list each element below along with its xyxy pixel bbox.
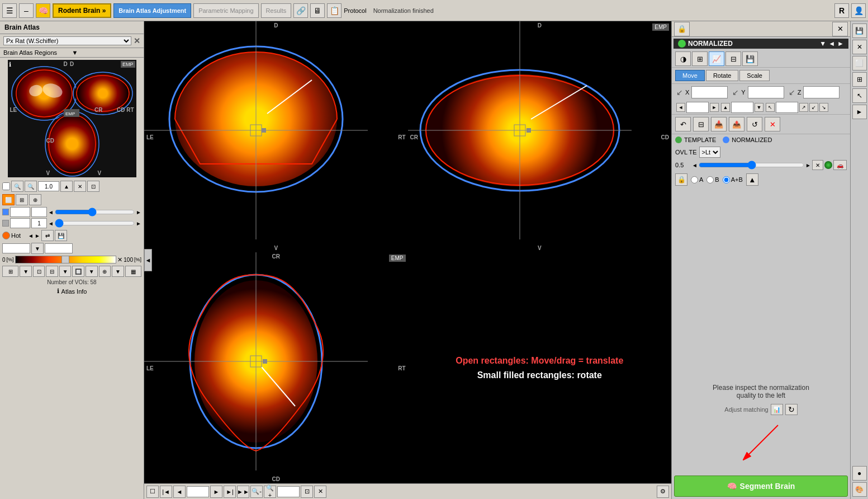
fit-btn[interactable]: ⊡ xyxy=(87,181,99,192)
parametric-mapping-btn[interactable]: Parametric Mapping xyxy=(193,3,258,18)
rp-import-btn[interactable]: 📥 xyxy=(711,117,727,131)
menu-icon-btn[interactable]: ☰ xyxy=(2,3,17,18)
rp-reset-btn[interactable]: ↺ xyxy=(747,117,762,131)
close-atlas-btn[interactable]: ✕ xyxy=(134,36,140,45)
channel-arrow-right2[interactable]: ► xyxy=(136,220,141,227)
radio-ab[interactable] xyxy=(723,176,730,183)
colormap-arrow-right[interactable]: ► xyxy=(35,233,40,239)
radio-a-label[interactable]: A xyxy=(691,176,703,183)
min-value-input[interactable]: 0.0 xyxy=(2,243,30,253)
channel-arrow[interactable]: ◄ xyxy=(48,209,54,215)
atlas-info-btn[interactable]: ℹ Atlas Info xyxy=(0,286,144,296)
y-step-down-btn[interactable]: ▼ xyxy=(755,103,763,112)
view-icon-btn5[interactable]: ▼ xyxy=(59,266,72,277)
bt-fit[interactable]: ⊡ xyxy=(301,486,313,498)
x-step-right-btn[interactable]: ► xyxy=(710,103,719,112)
collapse-left-btn[interactable]: ◄ xyxy=(144,249,152,271)
minimize-btn[interactable]: – xyxy=(19,3,34,18)
bt-settings[interactable]: ⚙ xyxy=(657,486,669,498)
cursor-icon-btn[interactable]: ⊕ xyxy=(29,194,41,205)
frame-input[interactable]: 47 xyxy=(187,486,209,497)
channel-arrow-right[interactable]: ► xyxy=(136,209,141,215)
x-btn[interactable]: ✕ xyxy=(117,256,122,263)
y-step-up-btn[interactable]: ▲ xyxy=(721,103,730,112)
channel-slider[interactable] xyxy=(55,208,135,216)
rp-lock-btn[interactable]: 🔒 xyxy=(674,22,690,36)
brain-view-sagittal[interactable]: D V CR CD EMP xyxy=(408,21,672,252)
ovl-arrow-right[interactable]: ► xyxy=(805,162,811,168)
view-icon-btn3[interactable]: ⊡ xyxy=(33,266,45,277)
rp-contrast-btn[interactable]: ◑ xyxy=(675,51,691,66)
zoom-up-btn[interactable]: ▲ xyxy=(60,181,73,192)
z-step-ne-btn[interactable]: ↘ xyxy=(819,103,828,112)
view-icon-btn7[interactable]: ▼ xyxy=(86,266,98,277)
channel-input2[interactable]: 1 xyxy=(31,207,47,217)
atlas-name-select[interactable]: Px Rat (W.Schiffer) xyxy=(3,36,131,45)
rp-triangle-btn[interactable]: ▲ xyxy=(746,173,758,186)
zoom-in-btn[interactable]: 🔍 xyxy=(11,181,23,192)
bt-checkbox[interactable]: ☐ xyxy=(146,486,159,498)
z-value-input[interactable]: 45.6 xyxy=(803,86,839,98)
rodent-brain-btn[interactable]: Rodent Brain » xyxy=(53,3,111,18)
strip-circle-btn[interactable]: ● xyxy=(852,466,867,481)
rp-save-btn[interactable]: 💾 xyxy=(742,51,758,66)
z-step-nw-btn[interactable]: ↖ xyxy=(766,103,775,112)
brain-view-coronal[interactable]: D V LE RT xyxy=(144,21,408,252)
link-btn[interactable]: 🔗 xyxy=(293,3,308,18)
bt-prev-start[interactable]: |◄ xyxy=(160,486,172,498)
bt-next[interactable]: ► xyxy=(210,486,222,498)
rp-export-btn[interactable]: 📤 xyxy=(729,117,744,131)
zoom-clear-btn[interactable]: ✕ xyxy=(74,181,86,192)
rp-scale-tab[interactable]: Scale xyxy=(739,70,770,81)
view-icon-btn4[interactable]: ⊟ xyxy=(46,266,58,277)
gradient-slider-container[interactable] xyxy=(15,256,117,263)
rp-redo-btn[interactable]: ⊟ xyxy=(693,117,709,131)
radio-ab-label[interactable]: A+B xyxy=(723,176,743,183)
colormap-save-btn[interactable]: 💾 xyxy=(55,230,67,241)
strip-save-btn[interactable]: 💾 xyxy=(852,23,867,38)
rp-delete-btn[interactable]: ✕ xyxy=(765,117,780,131)
bt-prev[interactable]: ◄ xyxy=(173,486,186,498)
zoom-value-input[interactable]: 1.0 xyxy=(38,181,59,191)
zoom-input[interactable]: 1.0 xyxy=(277,486,300,497)
view-icon-btn8[interactable]: ⊕ xyxy=(99,266,111,277)
protocol-icon-btn[interactable]: 📋 xyxy=(327,3,341,18)
norm-left-btn[interactable]: ◄ xyxy=(828,40,835,48)
strip-close-btn[interactable]: ✕ xyxy=(852,40,867,54)
channel-input[interactable]: 47 xyxy=(10,207,30,217)
grid-icon-btn[interactable]: ⊞ xyxy=(16,194,28,205)
norm-down-btn[interactable]: ▼ xyxy=(819,40,826,48)
bt-zoom-in[interactable]: 🔍+ xyxy=(264,486,276,498)
ovl-slider[interactable] xyxy=(699,161,804,170)
min-set-btn[interactable]: ▼ xyxy=(31,243,44,254)
z-step-input[interactable]: 0.2 xyxy=(776,102,798,113)
bt-close[interactable]: ✕ xyxy=(314,486,326,498)
bt-play[interactable]: ►► xyxy=(237,486,249,498)
ovl-x-btn[interactable]: ✕ xyxy=(812,160,823,170)
strip-cursor-btn[interactable]: ↖ xyxy=(852,88,867,103)
color-swatch[interactable] xyxy=(2,232,10,239)
atlas-checkbox[interactable] xyxy=(2,182,10,190)
window-icon-btn[interactable]: ⬜ xyxy=(2,194,15,205)
z-step-se-btn[interactable]: ↗ xyxy=(799,103,808,112)
norm-right-btn[interactable]: ► xyxy=(837,40,844,48)
screen-btn[interactable]: 🖥 xyxy=(310,3,325,18)
strip-grid-btn[interactable]: ⊞ xyxy=(852,72,867,87)
adjust-refresh-btn[interactable]: ↻ xyxy=(785,404,798,415)
channel-input4[interactable] xyxy=(31,218,47,228)
brain-atlas-tab[interactable]: Brain Atlas xyxy=(0,21,144,34)
ovl-arrow-left[interactable]: ◄ xyxy=(692,162,698,168)
user-icon-btn[interactable]: 👤 xyxy=(851,3,866,18)
x-step-input[interactable]: 0.2 xyxy=(686,102,709,113)
x-step-left-btn[interactable]: ◄ xyxy=(676,103,685,112)
ovl-select[interactable]: >Lt xyxy=(699,147,720,158)
view-icon-btn2[interactable]: ▼ xyxy=(20,266,32,277)
strip-palette-btn[interactable]: 🎨 xyxy=(852,482,867,497)
app-icon-btn[interactable]: 🧠 xyxy=(36,3,50,18)
y-value-input[interactable]: 10.279 xyxy=(748,86,784,98)
bt-next-end[interactable]: ►| xyxy=(224,486,236,498)
rp-close-btn[interactable]: ✕ xyxy=(832,22,848,36)
bt-zoom-out[interactable]: 🔍- xyxy=(250,486,263,498)
strip-expand-btn[interactable]: ► xyxy=(852,105,867,119)
x-value-input[interactable]: 0.923 xyxy=(691,86,728,98)
